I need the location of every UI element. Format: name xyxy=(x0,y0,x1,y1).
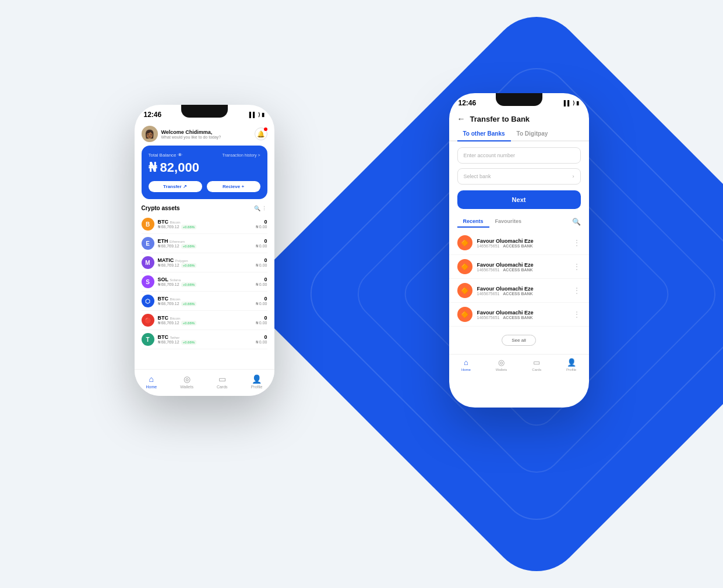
crypto-info-3: SOL Solana ₦ 68,769.12 +0.66% xyxy=(158,277,197,287)
p2-nav-profile[interactable]: 👤 Profile xyxy=(566,358,576,371)
crypto-amount-1: 0 xyxy=(256,238,267,244)
p2-profile-label: Profile xyxy=(566,368,576,371)
receive-button[interactable]: Recieve + xyxy=(207,181,260,192)
recent-name-3: Favour Oluomachi Eze xyxy=(477,310,573,316)
balance-buttons: Transfer ↗ Recieve + xyxy=(149,181,260,192)
crypto-naira-2: ₦ 0.00 xyxy=(256,263,267,268)
crypto-price-0: ₦ 68,769.12 xyxy=(158,225,179,229)
crypto-change-6: +0.66% xyxy=(181,340,197,345)
balance-label: Total Balance 👁 xyxy=(149,153,182,158)
recents-search-icon[interactable]: 🔍 xyxy=(572,218,581,226)
bank-select-arrow: › xyxy=(573,173,574,179)
crypto-icon-btc: ⬡ xyxy=(142,295,154,307)
crypto-info-4: BTC Bitcoin ₦ 68,769.12 +0.66% xyxy=(158,296,197,306)
crypto-price-row-0: ₦ 68,769.12 +0.66% xyxy=(158,225,197,229)
crypto-item: S SOL Solana ₦ 68,769.12 +0.66% 0 ₦ 0.00 xyxy=(142,272,267,292)
crypto-right-5: 0 ₦ 0.00 xyxy=(256,315,267,325)
p2-profile-icon: 👤 xyxy=(567,358,576,367)
p2-cards-icon: ▭ xyxy=(533,358,540,367)
notification-dot xyxy=(264,127,267,131)
phone-notch xyxy=(181,105,228,118)
nav-cards-label: Cards xyxy=(217,385,228,389)
crypto-icon-matic: M xyxy=(142,256,154,269)
nav-profile[interactable]: 👤 Profile xyxy=(251,374,263,389)
crypto-naira-3: ₦ 0.00 xyxy=(256,282,267,287)
avatar-row: 👩🏾 Welcome Chidimma, What would you like… xyxy=(142,126,221,142)
crypto-change-4: +0.66% xyxy=(181,302,197,306)
recent-menu-dots-0[interactable]: ⋮ xyxy=(573,238,581,247)
crypto-right-4: 0 ₦ 0.00 xyxy=(256,296,267,306)
crypto-price-1: ₦ 68,769.12 xyxy=(158,244,179,249)
crypto-price-row-5: ₦ 68,769.12 +0.66% xyxy=(158,321,197,325)
crypto-info-0: BTC Bitcoin ₦ 68,769.12 +0.66% xyxy=(158,219,197,229)
profile-icon: 👤 xyxy=(252,374,262,384)
welcome-block: Welcome Chidimma, What would you like to… xyxy=(161,129,221,139)
notification-bell[interactable]: 🔔 xyxy=(255,127,267,140)
recent-avatar-1: 🔶 xyxy=(457,259,472,274)
p2-nav-cards[interactable]: ▭ Cards xyxy=(532,358,541,371)
crypto-symbol-4: BTC Bitcoin xyxy=(158,296,197,302)
recent-avatar-0: 🔶 xyxy=(457,235,472,250)
bank-select[interactable]: Select bank › xyxy=(457,168,581,185)
crypto-icon-eth: E xyxy=(142,237,154,250)
crypto-price-row-1: ₦ 68,769.12 +0.66% xyxy=(158,244,197,249)
phone-transfer: 12:46 ▌▌ ⟩ ▮ ← Transfer to Bank To other… xyxy=(449,93,589,408)
p2-nav-wallets[interactable]: ◎ Wallets xyxy=(496,358,507,371)
crypto-symbol-3: SOL Solana xyxy=(158,277,197,282)
recent-menu-dots-1[interactable]: ⋮ xyxy=(573,262,581,271)
crypto-naira-5: ₦ 0.00 xyxy=(256,321,267,325)
crypto-symbol-1: ETH Ethereum xyxy=(158,238,197,244)
p2-cards-label: Cards xyxy=(532,368,541,371)
nav-home-label: Home xyxy=(146,385,157,389)
recent-item[interactable]: 🔶 Favour Oluomachi Eze 1465675651 ACCESS… xyxy=(449,279,589,303)
transfer-tabs: To other Banks To Digitpay xyxy=(449,127,589,141)
account-number-input[interactable]: Enter account number xyxy=(457,147,581,164)
transfer-button[interactable]: Transfer ↗ xyxy=(149,181,202,192)
status-icons-2: ▌▌ ⟩ ▮ xyxy=(564,100,580,106)
crypto-left-4: ⬡ BTC Bitcoin ₦ 68,769.12 +0.66% xyxy=(142,295,197,307)
tab-recents[interactable]: Recents xyxy=(457,216,489,228)
see-all-button[interactable]: See all xyxy=(502,335,535,346)
crypto-naira-6: ₦ 0.00 xyxy=(256,340,267,345)
p2-wallet-icon: ◎ xyxy=(498,358,505,367)
recent-name-2: Favour Oluomachi Eze xyxy=(477,286,573,292)
crypto-left-1: E ETH Ethereum ₦ 68,769.12 +0.66% xyxy=(142,237,197,250)
crypto-amount-2: 0 xyxy=(256,257,267,263)
p2-nav-home[interactable]: ⌂ Home xyxy=(461,358,471,371)
crypto-change-5: +0.66% xyxy=(181,321,197,325)
crypto-change-2: +0.66% xyxy=(181,263,197,268)
crypto-symbol-5: BTC Bitcoin xyxy=(158,315,197,321)
crypto-right-3: 0 ₦ 0.00 xyxy=(256,277,267,287)
crypto-change-0: +0.66% xyxy=(181,225,197,229)
crypto-price-row-4: ₦ 68,769.12 +0.66% xyxy=(158,302,197,306)
recent-avatar-3: 🔶 xyxy=(457,307,472,322)
nav-cards[interactable]: ▭ Cards xyxy=(217,374,228,389)
recent-list: 🔶 Favour Oluomachi Eze 1465675651 ACCESS… xyxy=(449,231,589,327)
recent-item[interactable]: 🔶 Favour Oluomachi Eze 1465675651 ACCESS… xyxy=(449,303,589,327)
crypto-price-4: ₦ 68,769.12 xyxy=(158,302,179,306)
tab-other-banks[interactable]: To other Banks xyxy=(457,127,511,141)
transfer-title: Transfer to Bank xyxy=(470,115,530,123)
recent-item[interactable]: 🔶 Favour Oluomachi Eze 1465675651 ACCESS… xyxy=(449,255,589,279)
nav-wallets[interactable]: ◎ Wallets xyxy=(180,374,193,389)
crypto-section-title: Crypto assets xyxy=(142,205,180,211)
nav-home[interactable]: ⌂ Home xyxy=(146,374,157,389)
tab-favourites[interactable]: Favourites xyxy=(489,216,528,228)
crypto-amount-4: 0 xyxy=(256,296,267,302)
crypto-price-2: ₦ 68,769.12 xyxy=(158,263,179,268)
scene: 12:46 ▌▌ ⟩ ▮ 👩🏾 Welcome Chidimma, What w… xyxy=(100,47,624,541)
recent-item[interactable]: 🔶 Favour Oluomachi Eze 1465675651 ACCESS… xyxy=(449,231,589,255)
crypto-left-2: M MATIC Polygon ₦ 68,769.12 +0.66% xyxy=(142,256,197,269)
nav-profile-label: Profile xyxy=(251,385,263,389)
balance-amount: ₦ 82,000 xyxy=(149,160,260,175)
crypto-item: E ETH Ethereum ₦ 68,769.12 +0.66% 0 ₦ 0.… xyxy=(142,234,267,253)
crypto-item: B BTC Bitcoin ₦ 68,769.12 +0.66% 0 ₦ 0.0… xyxy=(142,215,267,234)
back-arrow[interactable]: ← xyxy=(457,114,465,123)
recent-menu-dots-3[interactable]: ⋮ xyxy=(573,310,581,319)
crypto-item: ⬡ BTC Bitcoin ₦ 68,769.12 +0.66% 0 ₦ 0.0… xyxy=(142,292,267,311)
tab-digitpay[interactable]: To Digitpay xyxy=(511,127,554,141)
recent-menu-dots-2[interactable]: ⋮ xyxy=(573,286,581,295)
recent-info-0: Favour Oluomachi Eze 1465675651 ACCESS B… xyxy=(477,238,573,248)
bank-select-label: Select bank xyxy=(464,173,491,179)
next-button[interactable]: Next xyxy=(457,190,581,209)
